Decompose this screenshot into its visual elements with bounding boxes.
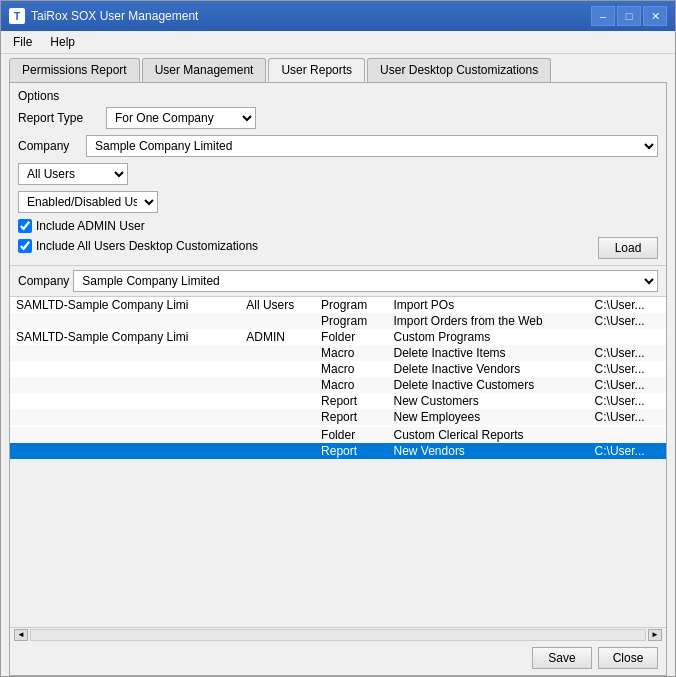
- cell-company: [10, 393, 240, 409]
- load-button[interactable]: Load: [598, 237, 658, 259]
- tab-user-management[interactable]: User Management: [142, 58, 267, 82]
- maximize-button[interactable]: □: [617, 6, 641, 26]
- include-desktop-row: Include All Users Desktop Customizations: [18, 239, 258, 253]
- data-company-label: Company: [18, 274, 69, 288]
- table-row-selected[interactable]: Report New Vendors C:\User...: [10, 443, 666, 459]
- enabled-row: Enabled/Disabled Users Enabled Users Dis…: [18, 191, 658, 213]
- cell-company: [10, 377, 240, 393]
- table-row[interactable]: Macro Delete Inactive Vendors C:\User...: [10, 361, 666, 377]
- title-bar-left: T TaiRox SOX User Management: [9, 8, 198, 24]
- cell-type: Report: [315, 443, 387, 459]
- cell-company: [10, 361, 240, 377]
- cell-name: Custom Programs: [388, 329, 589, 345]
- table-row[interactable]: Macro Delete Inactive Items C:\User...: [10, 345, 666, 361]
- cell-path: [589, 427, 666, 443]
- scroll-track[interactable]: [30, 629, 646, 641]
- cell-company: [10, 427, 240, 443]
- cell-path: C:\User...: [589, 409, 666, 425]
- cell-company: [10, 409, 240, 425]
- report-type-row: Report Type For One Company For All Comp…: [18, 107, 658, 129]
- cell-name: Delete Inactive Vendors: [388, 361, 589, 377]
- cell-company: [10, 345, 240, 361]
- cell-name: Delete Inactive Customers: [388, 377, 589, 393]
- include-admin-row: Include ADMIN User: [18, 219, 658, 233]
- scroll-right-button[interactable]: ►: [648, 629, 662, 641]
- enabled-select[interactable]: Enabled/Disabled Users Enabled Users Dis…: [18, 191, 158, 213]
- cell-user: [240, 345, 315, 361]
- cell-user: ADMIN: [240, 329, 315, 345]
- title-controls: – □ ✕: [591, 6, 667, 26]
- tab-permissions-report[interactable]: Permissions Report: [9, 58, 140, 82]
- company-select[interactable]: Sample Company Limited: [86, 135, 658, 157]
- table-row[interactable]: SAMLTD-Sample Company Limi All Users Pro…: [10, 297, 666, 313]
- cell-user: [240, 361, 315, 377]
- options-label: Options: [18, 89, 658, 103]
- cell-user: [240, 427, 315, 443]
- cell-name: Import POs: [388, 297, 589, 313]
- cell-type: Macro: [315, 361, 387, 377]
- tab-user-reports[interactable]: User Reports: [268, 58, 365, 82]
- cell-type: Program: [315, 297, 387, 313]
- cell-name: Custom Clerical Reports: [388, 427, 589, 443]
- footer: Save Close: [10, 641, 666, 675]
- cell-name: New Customers: [388, 393, 589, 409]
- include-desktop-checkbox[interactable]: [18, 239, 32, 253]
- cell-name: Import Orders from the Web: [388, 313, 589, 329]
- cell-type: Folder: [315, 427, 387, 443]
- minimize-button[interactable]: –: [591, 6, 615, 26]
- cell-type: Program: [315, 313, 387, 329]
- horizontal-scrollbar-area: ◄ ►: [10, 627, 666, 641]
- report-type-select[interactable]: For One Company For All Companies: [106, 107, 256, 129]
- cell-path: C:\User...: [589, 297, 666, 313]
- cell-user: [240, 409, 315, 425]
- save-button[interactable]: Save: [532, 647, 592, 669]
- cell-user: All Users: [240, 297, 315, 313]
- table-row[interactable]: Report New Customers C:\User...: [10, 393, 666, 409]
- cell-company: SAMLTD-Sample Company Limi: [10, 329, 240, 345]
- scroll-left-button[interactable]: ◄: [14, 629, 28, 641]
- include-admin-checkbox[interactable]: [18, 219, 32, 233]
- include-admin-label: Include ADMIN User: [36, 219, 145, 233]
- data-company-select[interactable]: Sample Company Limited: [73, 270, 658, 292]
- close-window-button[interactable]: ✕: [643, 6, 667, 26]
- cell-company: [10, 443, 240, 459]
- cell-type: Macro: [315, 345, 387, 361]
- table-row[interactable]: SAMLTD-Sample Company Limi ADMIN Folder …: [10, 329, 666, 345]
- cell-company: SAMLTD-Sample Company Limi: [10, 297, 240, 313]
- cell-type: Report: [315, 409, 387, 425]
- report-type-label: Report Type: [18, 111, 98, 125]
- company-row: Company Sample Company Limited: [18, 135, 658, 157]
- cell-company: [10, 313, 240, 329]
- data-table: SAMLTD-Sample Company Limi All Users Pro…: [10, 297, 666, 459]
- include-desktop-label: Include All Users Desktop Customizations: [36, 239, 258, 253]
- menu-bar: File Help: [1, 31, 675, 54]
- table-area: SAMLTD-Sample Company Limi All Users Pro…: [10, 296, 666, 641]
- cell-type: Report: [315, 393, 387, 409]
- cell-path: C:\User...: [589, 313, 666, 329]
- cell-path: [589, 329, 666, 345]
- close-button[interactable]: Close: [598, 647, 658, 669]
- menu-file[interactable]: File: [5, 33, 40, 51]
- cell-path: C:\User...: [589, 361, 666, 377]
- table-row[interactable]: Folder Custom Clerical Reports: [10, 427, 666, 443]
- tab-user-desktop-customizations[interactable]: User Desktop Customizations: [367, 58, 551, 82]
- app-icon: T: [9, 8, 25, 24]
- cell-user: [240, 313, 315, 329]
- cell-path: C:\User...: [589, 443, 666, 459]
- title-bar: T TaiRox SOX User Management – □ ✕: [1, 1, 675, 31]
- table-row[interactable]: Program Import Orders from the Web C:\Us…: [10, 313, 666, 329]
- cell-path: C:\User...: [589, 377, 666, 393]
- table-container[interactable]: SAMLTD-Sample Company Limi All Users Pro…: [10, 296, 666, 627]
- options-section: Options Report Type For One Company For …: [10, 83, 666, 265]
- cell-name: New Vendors: [388, 443, 589, 459]
- horizontal-scrollbar[interactable]: ◄ ►: [10, 629, 666, 641]
- cell-type: Folder: [315, 329, 387, 345]
- cell-name: Delete Inactive Items: [388, 345, 589, 361]
- company-label: Company: [18, 139, 78, 153]
- table-row[interactable]: Report New Employees C:\User...: [10, 409, 666, 425]
- cell-path: C:\User...: [589, 345, 666, 361]
- table-row[interactable]: Macro Delete Inactive Customers C:\User.…: [10, 377, 666, 393]
- menu-help[interactable]: Help: [42, 33, 83, 51]
- users-select[interactable]: All Users Active Users Inactive Users: [18, 163, 128, 185]
- cell-path: C:\User...: [589, 393, 666, 409]
